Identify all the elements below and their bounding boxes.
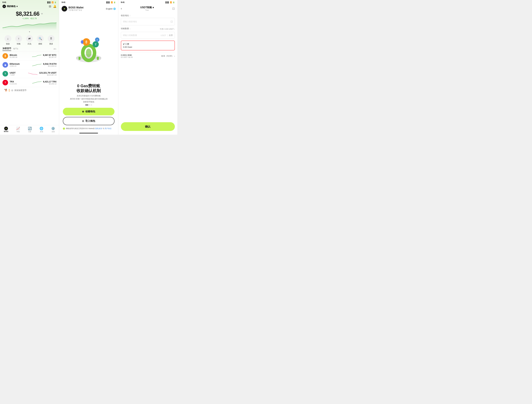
title-dropdown-icon[interactable]: ▾ — [152, 6, 154, 9]
auth-btn[interactable]: 🔍 授权 — [37, 35, 44, 45]
nav-swap-label: 兑换 — [28, 131, 31, 133]
balance-section: $8,321.66 👁 +1.89% +$12.78 — [0, 9, 59, 20]
terms-row: ✓ 继续使用代表您已同意BOSS Wallet的 隐私政策 与 用户协议 — [59, 126, 118, 132]
address-placeholder: 请输入收款地址 — [123, 20, 169, 23]
crypto-list: ₿ Bitcoin 63,365.90 9,367.87 BTC $9,367.… — [0, 52, 59, 125]
wallet-selector[interactable]: ● 我的钱包 ▾ — [2, 5, 18, 8]
battery-icon: 🔋 — [54, 1, 57, 3]
import-wallet-btn[interactable]: ⊙ 导入钱包 — [63, 117, 114, 125]
boss-title-group: BOSS Wallet 守护数字资产安全 — [69, 6, 83, 11]
tab-nfts[interactable]: NFTs — [13, 47, 18, 50]
amount-all-btn[interactable]: 全部 — [169, 34, 173, 37]
plus-icon: ⊕ — [82, 110, 84, 113]
fullscreen-icon[interactable]: ⊡ — [172, 7, 175, 10]
transfer-title-group: USDT转账 ▾ Tron — [140, 6, 154, 11]
gas-speed-selector[interactable]: 标准（5分钟） › — [161, 55, 175, 57]
status-time-p3: 9:41 — [121, 1, 125, 3]
boss-title: BOSS Wallet — [69, 6, 83, 9]
swap-nav-icon: 🔄 — [28, 126, 32, 130]
nav-market-label: 市场 — [17, 131, 19, 133]
home-bar — [79, 133, 98, 133]
tab-crypto[interactable]: 加密货币 — [2, 47, 11, 51]
list-item[interactable]: T TRX 0.121142 6,421.17 TRX $3,256.12 — [2, 78, 57, 87]
gas-speed-label: 标准（5分钟） — [161, 55, 174, 57]
amount-label: 转账数量： — [121, 27, 131, 30]
amount-unit: USDT — [161, 34, 166, 37]
scan-qr-icon[interactable]: ⊡ — [171, 20, 173, 23]
status-bar-p2: 9:41 ▌▌▌ 📶 🔋 — [59, 0, 118, 4]
svg-rect-3 — [97, 57, 99, 60]
service-link[interactable]: 用户协议 — [105, 127, 112, 129]
boss-header: ● BOSS Wallet 守护数字资产安全 English 🌐 — [59, 4, 118, 13]
privacy-link[interactable]: 隐私政策 — [95, 127, 102, 129]
nav-settings[interactable]: ⚙️ 设置 — [51, 126, 55, 133]
nav-swap[interactable]: 🔄 兑换 — [28, 126, 32, 133]
confirm-area: 确认 — [118, 120, 177, 135]
trx-values: 6,421.17 TRX $3,256.12 — [43, 80, 57, 85]
lang-selector[interactable]: English 🌐 — [106, 8, 116, 10]
nav-market[interactable]: 📈 市场 — [16, 126, 20, 133]
address-input-box[interactable]: 请输入收款地址 ⊡ — [121, 18, 175, 25]
header-actions: ⊟ 🔔 — [49, 5, 57, 8]
amount-placeholder: 请输入转账数量 — [123, 34, 159, 37]
swap-btn[interactable]: ⇌ 闪兑 — [26, 35, 33, 45]
wallet-home-panel: 9:41 ▌▌▌ 📶 🔋 ● 我的钱包 ▾ ⊟ 🔔 $8,321.66 👁 +1… — [0, 0, 59, 135]
more-label: 更多 — [49, 43, 53, 45]
balance-amount: $8,321.66 — [16, 11, 39, 17]
wifi-icon: 📶 — [51, 1, 54, 3]
bottom-nav: ● BOSS 📈 市场 🔄 兑换 🌐 发现 ⚙️ 设置 — [0, 125, 59, 135]
receive-btn[interactable]: ↓ 收款 — [5, 35, 11, 45]
auth-label: 授权 — [38, 43, 42, 45]
address-label: 收款地址： — [121, 14, 175, 17]
wallet-action-buttons: ⊕ 创建钱包 ⊙ 导入钱包 — [59, 107, 118, 126]
eye-icon[interactable]: 👁 — [41, 13, 43, 15]
create-wallet-btn[interactable]: ⊕ 创建钱包 — [63, 108, 114, 115]
fee-box[interactable]: 矿工费 0.00 Gwei — [121, 41, 175, 50]
transfer-header: ‹ USDT转账 ▾ Tron ⊡ — [118, 4, 177, 12]
boss-logo-row: ● BOSS Wallet 守护数字资产安全 — [62, 6, 83, 12]
confirm-btn[interactable]: 确认 — [121, 122, 175, 131]
hero-image-area: ₿ T $ — [59, 13, 118, 83]
back-button[interactable]: ‹ — [121, 7, 122, 10]
svg-point-5 — [86, 49, 91, 57]
dot-2 — [91, 105, 92, 105]
nav-discover[interactable]: 🌐 发现 — [39, 126, 43, 133]
wallet-icon: ● — [2, 5, 6, 8]
nav-boss[interactable]: ● BOSS — [4, 126, 8, 133]
wifi-icon-p3: 📶 — [170, 1, 172, 3]
more-btn[interactable]: ⠿ 更多 — [48, 35, 55, 45]
send-btn[interactable]: ↑ 转账 — [15, 35, 22, 45]
dot-1 — [89, 105, 90, 105]
asset-tabs: 加密货币 NFTs All › — [0, 46, 59, 52]
boss-subtitle: 守护数字资产安全 — [69, 9, 83, 11]
gas-row: 0.0001 BNB $ 0.0057~$0.06 标准（5分钟） › — [121, 52, 175, 60]
signal-icon-p2: ▌▌▌ — [106, 1, 110, 3]
tab-all[interactable]: All › — [53, 48, 57, 50]
battery-icon-p3: 🔋 — [173, 1, 175, 3]
amount-available: 可用: 0.00 USDT › — [160, 28, 175, 31]
add-crypto-btn[interactable]: 🐕 ₿ ⊕ 添加加密货币 — [2, 87, 57, 94]
chart-expand-icon[interactable]: ▾ — [0, 30, 59, 34]
change-amt: +$12.78 — [30, 17, 37, 19]
transfer-form: 收款地址： 请输入收款地址 ⊡ 转账数量： 可用: 0.00 USDT › 请输… — [118, 12, 177, 62]
list-item[interactable]: ₿ Bitcoin 63,365.90 9,367.87 BTC $9,367.… — [2, 52, 57, 61]
list-item[interactable]: T USDT 7.2487 123,321.79 USDT $123,367.2… — [2, 69, 57, 78]
svg-text:$: $ — [97, 39, 98, 41]
scan-icon[interactable]: ⊟ — [49, 5, 51, 8]
list-item[interactable]: ◆ Ethereum 3,092.24 6,542.78 ETH $12,656… — [2, 61, 57, 69]
wifi-icon-p2: 📶 — [111, 1, 113, 3]
import-wallet-label: 导入钱包 — [85, 120, 95, 123]
divider — [167, 34, 168, 37]
settings-icon: ⚙️ — [51, 126, 55, 130]
auth-icon-circle: 🔍 — [37, 35, 44, 42]
amount-input-box[interactable]: 请输入转账数量 USDT 全部 — [121, 32, 175, 39]
download-icon: ⊙ — [82, 120, 84, 123]
fee-title: 矿工费 — [123, 43, 173, 45]
discover-icon: 🌐 — [39, 126, 43, 130]
svg-rect-2 — [79, 57, 80, 60]
terms-check-icon[interactable]: ✓ — [63, 127, 65, 130]
bell-icon[interactable]: 🔔 — [53, 5, 57, 8]
status-icons-p3: ▌▌▌ 📶 🔋 — [166, 1, 175, 3]
hero-desc: 支持120条链的 0 GAS费转账 .BOSS ID第一款针对收款地址进行目标确… — [63, 95, 114, 103]
send-icon-circle: ↑ — [15, 35, 22, 42]
